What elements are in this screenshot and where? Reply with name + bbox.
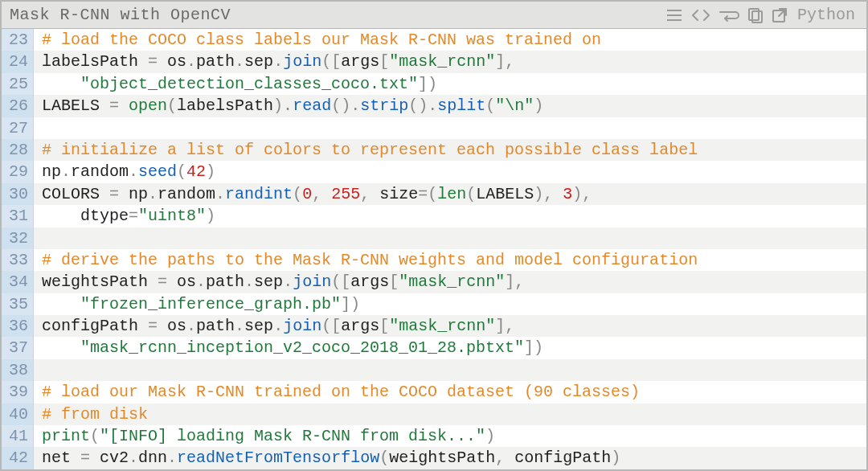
code-content: # load our Mask R-CNN trained on the COC… — [34, 381, 866, 403]
code-line: 34weightsPath = os.path.sep.join([args["… — [2, 271, 866, 293]
line-number: 33 — [2, 249, 34, 271]
code-area: 23# load the COCO class labels our Mask … — [2, 29, 866, 469]
code-content: configPath = os.path.sep.join([args["mas… — [34, 315, 866, 337]
code-content: "frozen_inference_graph.pb"]) — [34, 293, 866, 315]
open-external-icon[interactable] — [772, 7, 788, 23]
code-line: 25 "object_detection_classes_coco.txt"]) — [2, 73, 866, 95]
wrap-icon[interactable] — [719, 8, 739, 23]
line-number: 24 — [2, 51, 34, 72]
code-content: COLORS = np.random.randint(0, 255, size=… — [34, 183, 866, 205]
code-line: 28# initialize a list of colors to repre… — [2, 139, 866, 161]
line-number: 28 — [2, 139, 34, 161]
code-line: 32 — [2, 227, 866, 249]
code-line: 23# load the COCO class labels our Mask … — [2, 29, 866, 51]
code-content: labelsPath = os.path.sep.join([args["mas… — [34, 51, 866, 72]
header-toolbar: Python — [665, 6, 866, 24]
code-line: 26LABELS = open(labelsPath).read().strip… — [2, 95, 866, 117]
code-line: 41print("[INFO] loading Mask R-CNN from … — [2, 425, 866, 447]
code-line: 29np.random.seed(42) — [2, 161, 866, 182]
line-number: 32 — [2, 227, 34, 249]
code-content: net = cv2.dnn.readNetFromTensorflow(weig… — [34, 447, 866, 469]
language-label: Python — [796, 6, 858, 24]
card-title: Mask R-CNN with OpenCV — [2, 6, 665, 24]
code-content: # derive the paths to the Mask R-CNN wei… — [34, 249, 866, 271]
code-line: 33# derive the paths to the Mask R-CNN w… — [2, 249, 866, 271]
menu-icon[interactable] — [665, 8, 683, 23]
line-number: 40 — [2, 403, 34, 425]
code-line: 30COLORS = np.random.randint(0, 255, siz… — [2, 183, 866, 205]
line-number: 39 — [2, 381, 34, 403]
code-content: weightsPath = os.path.sep.join([args["ma… — [34, 271, 866, 293]
code-line: 31 dtype="uint8") — [2, 205, 866, 227]
code-content: # initialize a list of colors to represe… — [34, 139, 866, 161]
code-line: 39# load our Mask R-CNN trained on the C… — [2, 381, 866, 403]
line-number: 41 — [2, 425, 34, 447]
line-number: 23 — [2, 29, 34, 51]
line-number: 26 — [2, 95, 34, 117]
code-content: # load the COCO class labels our Mask R-… — [34, 29, 866, 51]
code-line: 40# from disk — [2, 403, 866, 425]
code-content — [34, 117, 866, 139]
code-icon[interactable] — [691, 8, 710, 23]
line-number: 27 — [2, 117, 34, 139]
code-content: dtype="uint8") — [34, 205, 866, 227]
code-content: LABELS = open(labelsPath).read().strip()… — [34, 95, 866, 117]
line-number: 36 — [2, 315, 34, 337]
code-content: "mask_rcnn_inception_v2_coco_2018_01_28.… — [34, 337, 866, 358]
code-line: 27 — [2, 117, 866, 139]
line-number: 30 — [2, 183, 34, 205]
code-snippet-card: Mask R-CNN with OpenCV Python 23# load t… — [0, 0, 868, 471]
card-header: Mask R-CNN with OpenCV Python — [2, 2, 866, 29]
line-number: 25 — [2, 73, 34, 95]
line-number: 42 — [2, 447, 34, 469]
copy-icon[interactable] — [747, 7, 764, 23]
code-content — [34, 359, 866, 381]
code-line: 24labelsPath = os.path.sep.join([args["m… — [2, 51, 866, 72]
line-number: 35 — [2, 293, 34, 315]
code-line: 38 — [2, 359, 866, 381]
code-content: print("[INFO] loading Mask R-CNN from di… — [34, 425, 866, 447]
code-line: 36configPath = os.path.sep.join([args["m… — [2, 315, 866, 337]
code-line: 42net = cv2.dnn.readNetFromTensorflow(we… — [2, 447, 866, 469]
line-number: 38 — [2, 359, 34, 381]
code-content: # from disk — [34, 403, 866, 425]
code-line: 37 "mask_rcnn_inception_v2_coco_2018_01_… — [2, 337, 866, 358]
line-number: 34 — [2, 271, 34, 293]
line-number: 29 — [2, 161, 34, 182]
line-number: 31 — [2, 205, 34, 227]
code-content: "object_detection_classes_coco.txt"]) — [34, 73, 866, 95]
code-line: 35 "frozen_inference_graph.pb"]) — [2, 293, 866, 315]
line-number: 37 — [2, 337, 34, 358]
code-content — [34, 227, 866, 249]
code-content: np.random.seed(42) — [34, 161, 866, 182]
